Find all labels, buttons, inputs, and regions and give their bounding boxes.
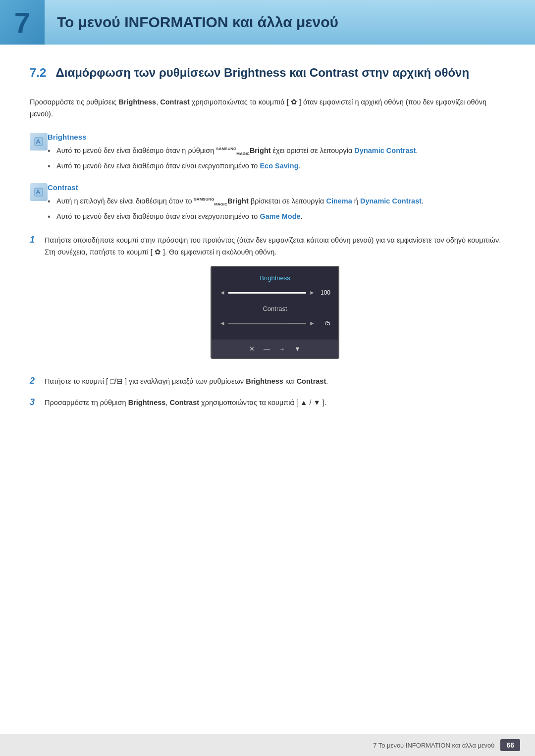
monitor-brightness-label: Brightness — [219, 273, 330, 284]
brightness-block: Brightness Αυτό το μενού δεν είναι διαθέ… — [30, 133, 505, 176]
monitor-contrast-track — [228, 323, 306, 324]
step-3-number: 3 — [30, 397, 45, 407]
section-title: 7.2 Διαμόρφωση των ρυθμίσεων Brightness … — [30, 64, 505, 81]
svg-rect-0 — [35, 138, 43, 146]
brightness-item-1: Αυτό το μενού δεν είναι διαθέσιμο όταν η… — [48, 145, 505, 156]
step-2: 2 Πατήστε το κουμπί [ □/⊟ ] για εναλλαγή… — [30, 375, 505, 388]
contrast-item-2: Αυτό το μενού δεν είναι διαθέσιμο όταν ε… — [48, 211, 505, 222]
contrast-content: Contrast Αυτή η επιλογή δεν είναι διαθέσ… — [48, 183, 505, 226]
step-1-number: 1 — [30, 235, 45, 245]
monitor-brightness-fill — [228, 292, 306, 294]
step-1-text: Πατήστε οποιοδήποτε κουμπί στην πρόσοψη … — [45, 234, 505, 366]
monitor-brightness-value: 100 — [318, 288, 330, 298]
section-number: 7.2 — [30, 66, 46, 79]
monitor-contrast-fill — [228, 323, 287, 324]
monitor-btn-minus: — — [264, 344, 270, 354]
brightness-label: Brightness — [48, 133, 505, 141]
contrast-icon — [30, 183, 48, 201]
contrast-list: Αυτή η επιλογή δεν είναι διαθέσιμη όταν … — [48, 196, 505, 222]
monitor-bottom-bar: ✕ — ＋ ▼ — [212, 340, 338, 358]
step-3-text: Προσαρμόστε τη ρύθμιση Brightness, Contr… — [45, 397, 505, 409]
svg-rect-1 — [35, 188, 43, 196]
header-title: Το μενού INFORMATION και άλλα μενού — [45, 14, 338, 31]
step-2-text: Πατήστε το κουμπί [ □/⊟ ] για εναλλαγή μ… — [45, 375, 505, 388]
monitor-ui: Brightness ◄ ► 100 Contrast ◄ — [211, 266, 339, 359]
brightness-item-2: Αυτό το μενού δεν είναι διαθέσιμο όταν ε… — [48, 160, 505, 172]
monitor-left-arrow: ◄ — [219, 288, 225, 298]
main-content: 7.2 Διαμόρφωση των ρυθμίσεων Brightness … — [0, 45, 535, 457]
contrast-item-1: Αυτή η επιλογή δεν είναι διαθέσιμη όταν … — [48, 196, 505, 207]
intro-paragraph: Προσαρμόστε τις ρυθμίσεις Brightness, Co… — [30, 96, 505, 120]
header-bar: 7 Το μενού INFORMATION και άλλα μενού — [0, 0, 535, 45]
monitor-contrast-value: 75 — [318, 318, 330, 328]
brightness-icon — [30, 133, 48, 151]
monitor-brightness-slider: ◄ ► 100 — [219, 288, 330, 298]
step-3: 3 Προσαρμόστε τη ρύθμιση Brightness, Con… — [30, 397, 505, 409]
brightness-list: Αυτό το μενού δεν είναι διαθέσιμο όταν η… — [48, 145, 505, 172]
footer-page-number: 66 — [500, 739, 520, 751]
brightness-content: Brightness Αυτό το μενού δεν είναι διαθέ… — [48, 133, 505, 176]
monitor-contrast-right-arrow: ► — [309, 318, 315, 328]
step-2-number: 2 — [30, 376, 45, 386]
monitor-contrast-slider: ◄ ► 75 — [219, 318, 330, 328]
monitor-contrast-label: Contrast — [219, 303, 330, 314]
monitor-btn-plus: ＋ — [279, 344, 285, 354]
step-1: 1 Πατήστε οποιοδήποτε κουμπί στην πρόσοψ… — [30, 234, 505, 366]
monitor-btn-check: ▼ — [294, 344, 301, 354]
monitor-brightness-track — [228, 292, 306, 294]
footer: 7 Το μενού INFORMATION και άλλα μενού 66 — [0, 734, 535, 756]
contrast-block: Contrast Αυτή η επιλογή δεν είναι διαθέσ… — [30, 183, 505, 226]
chapter-number: 7 — [0, 0, 45, 45]
monitor-btn-x: ✕ — [249, 344, 255, 354]
footer-text: 7 Το μενού INFORMATION και άλλα μενού — [373, 742, 494, 749]
monitor-contrast-left-arrow: ◄ — [219, 318, 225, 328]
contrast-label: Contrast — [48, 183, 505, 192]
section-title-text: Διαμόρφωση των ρυθμίσεων Brightness και … — [56, 66, 470, 79]
monitor-right-arrow: ► — [309, 288, 315, 298]
